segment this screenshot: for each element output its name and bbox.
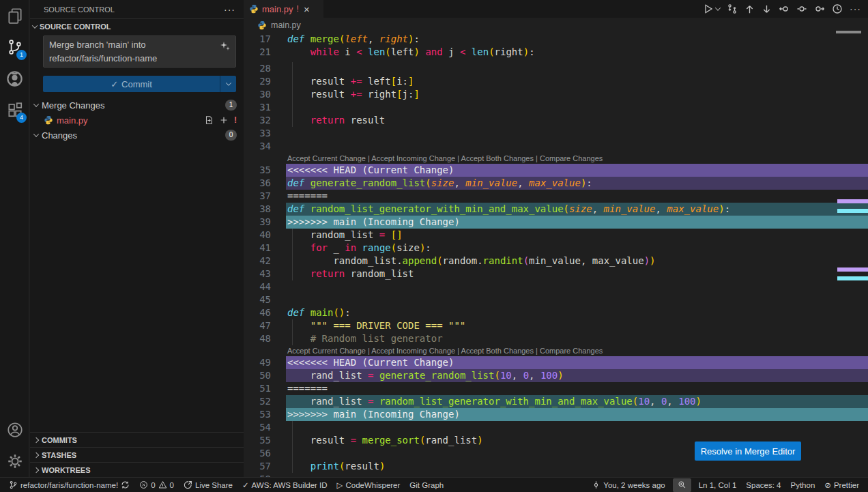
commit-dropdown-button[interactable] xyxy=(220,76,236,92)
code-line[interactable]: 46def main(): xyxy=(244,306,868,319)
git-graph-label: Git Graph xyxy=(409,481,444,489)
code-line[interactable]: 30 result += right[j:] xyxy=(244,88,868,101)
code-line[interactable]: 34 xyxy=(244,140,868,153)
branch-status-item[interactable]: refactor/faris/function-name! xyxy=(4,478,134,492)
line-number: 45 xyxy=(244,293,271,306)
code-line[interactable]: 29 result += left[i:] xyxy=(244,75,868,88)
code-line[interactable]: 54 xyxy=(244,421,868,434)
scrollbar-slider[interactable] xyxy=(836,31,861,33)
live-share-label: Live Share xyxy=(195,481,233,489)
explorer-icon[interactable] xyxy=(0,0,29,31)
breadcrumb-item[interactable]: main.py xyxy=(271,20,301,30)
code-line[interactable]: 52 rand_list = random_list_generator_wit… xyxy=(244,395,868,408)
breadcrumb[interactable]: main.py xyxy=(244,18,868,33)
ruler-current-mark xyxy=(837,267,868,272)
sparkle-icon[interactable] xyxy=(220,42,230,51)
code-line[interactable]: 43 return random_list xyxy=(244,267,868,280)
next-change-icon[interactable] xyxy=(814,3,825,14)
open-file-icon[interactable] xyxy=(204,115,214,125)
code-line[interactable]: 32 return result xyxy=(244,114,868,127)
code-line[interactable]: 44 xyxy=(244,280,868,293)
code-line[interactable]: 57 print(result) xyxy=(244,460,868,473)
codelens-actions[interactable]: Accept Current Change | Accept Incoming … xyxy=(286,345,868,356)
line-number: 29 xyxy=(244,75,271,88)
commit-button[interactable]: ✓ Commit xyxy=(43,76,236,92)
source-control-icon[interactable]: 1 xyxy=(0,31,29,63)
extensions-icon[interactable]: 4 xyxy=(0,94,29,126)
code-line[interactable]: 41 for _ in range(size): xyxy=(244,242,868,255)
scm-provider-header[interactable]: SOURCE CONTROL xyxy=(30,18,244,33)
line-number: 53 xyxy=(244,408,271,421)
code-line[interactable]: 35<<<<<<< HEAD (Current Change) xyxy=(244,164,868,177)
codewhisperer-status-item[interactable]: ▷ CodeWhisperer xyxy=(332,478,405,492)
status-bar: refactor/faris/function-name! 0 0 Live S… xyxy=(0,477,868,492)
code-text: <<<<<<< HEAD (Current Change) xyxy=(286,164,868,177)
commits-label: COMMITS xyxy=(42,436,77,444)
code-line[interactable]: 53>>>>>>> main (Incoming Change) xyxy=(244,408,868,421)
file-row-main-py[interactable]: main.py ! xyxy=(30,113,244,128)
sidebar-more-actions-icon[interactable]: ··· xyxy=(224,4,235,15)
ruler-incoming-mark xyxy=(837,276,868,280)
code-line[interactable]: 36def generate_random_list(size, min_val… xyxy=(244,177,868,190)
arrow-down-icon[interactable] xyxy=(762,4,772,14)
merge-changes-group[interactable]: Merge Changes 1 xyxy=(30,98,244,113)
code-line[interactable]: 28 xyxy=(244,62,868,75)
worktrees-section[interactable]: WORKTREES xyxy=(30,462,244,477)
language-mode-item[interactable]: Python xyxy=(785,478,820,492)
account-icon[interactable] xyxy=(0,414,29,446)
code-text: random_list.append(random.randint(min_va… xyxy=(286,255,868,267)
git-graph-status-item[interactable]: Git Graph xyxy=(405,478,448,492)
tab-main-py[interactable]: main.py ! × xyxy=(244,0,323,18)
prev-change-icon[interactable] xyxy=(779,3,790,14)
blame-status-item[interactable]: You, 2 weeks ago xyxy=(587,478,669,492)
github-icon[interactable] xyxy=(0,63,29,94)
indentation-item[interactable]: Spaces: 4 xyxy=(741,478,785,492)
timeline-icon[interactable] xyxy=(832,3,843,14)
problems-status-item[interactable]: 0 0 xyxy=(134,478,179,492)
changes-group[interactable]: Changes 0 xyxy=(30,128,244,143)
line-number: 42 xyxy=(244,255,271,267)
settings-gear-icon[interactable] xyxy=(0,446,29,477)
code-line[interactable]: 51======= xyxy=(244,382,868,395)
code-line[interactable]: 38def random_list_generator_with_min_and… xyxy=(244,203,868,216)
tab-close-icon[interactable]: × xyxy=(304,3,310,15)
code-line[interactable]: 31 xyxy=(244,101,868,114)
code-text: def generate_random_list(size, min_value… xyxy=(286,177,868,190)
code-line[interactable]: 21 while i < len(left) and j < len(right… xyxy=(244,46,868,59)
code-line[interactable]: 49<<<<<<< HEAD (Current Change) xyxy=(244,356,868,369)
code-line[interactable]: 17def merge(left, right): xyxy=(244,33,868,46)
aws-status-item[interactable]: ✓ AWS: AWS Builder ID xyxy=(237,478,332,492)
cursor-position-item[interactable]: Ln 1, Col 1 xyxy=(694,478,742,492)
zoom-status-item[interactable] xyxy=(673,478,691,492)
stashes-section[interactable]: STASHES xyxy=(30,447,244,462)
prettier-status-item[interactable]: ⊘ Prettier xyxy=(820,478,864,492)
code-line[interactable]: 42 random_list.append(random.randint(min… xyxy=(244,255,868,267)
code-line[interactable]: 40 random_list = [] xyxy=(244,229,868,242)
arrow-up-icon[interactable] xyxy=(744,4,755,14)
code-line[interactable]: 39>>>>>>> main (Incoming Change) xyxy=(244,216,868,229)
line-number: 47 xyxy=(244,319,271,332)
line-number: 50 xyxy=(244,369,271,382)
code-line[interactable]: 33 xyxy=(244,127,868,140)
more-actions-icon[interactable]: ··· xyxy=(850,3,861,14)
line-number: 46 xyxy=(244,306,271,319)
code-line[interactable]: 37======= xyxy=(244,190,868,203)
code-line[interactable]: 47 """ === DRIVER CODE === """ xyxy=(244,319,868,332)
codelens-row[interactable]: Accept Current Change | Accept Incoming … xyxy=(244,153,868,164)
change-dot-icon[interactable] xyxy=(796,3,807,14)
code-line[interactable]: 50 rand_list = generate_random_list(10, … xyxy=(244,369,868,382)
stage-changes-icon[interactable] xyxy=(219,115,229,125)
sidebar-title: SOURCE CONTROL xyxy=(44,5,115,14)
git-compare-icon[interactable] xyxy=(727,3,738,14)
aws-label: AWS: AWS Builder ID xyxy=(252,481,328,489)
resolve-in-merge-editor-button[interactable]: Resolve in Merge Editor xyxy=(695,442,801,461)
error-icon xyxy=(139,480,148,489)
code-line[interactable]: 48 # Random list generator xyxy=(244,332,868,345)
codelens-row[interactable]: Accept Current Change | Accept Incoming … xyxy=(244,345,868,356)
run-python-button[interactable] xyxy=(703,3,720,14)
codelens-actions[interactable]: Accept Current Change | Accept Incoming … xyxy=(286,153,868,164)
commit-message-input[interactable]: Merge branch 'main' into refactor/faris/… xyxy=(43,35,236,68)
code-line[interactable]: 45 xyxy=(244,293,868,306)
commits-section[interactable]: COMMITS xyxy=(30,432,244,447)
live-share-status-item[interactable]: Live Share xyxy=(179,478,237,492)
